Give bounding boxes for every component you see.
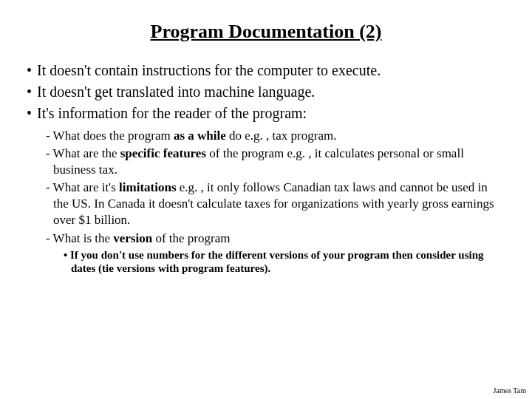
slide: Program Documentation (2) •It doesn't co…	[0, 0, 532, 276]
slide-title: Program Documentation (2)	[27, 21, 505, 43]
bullet-item: •It doesn't get translated into machine …	[27, 82, 505, 102]
sub-item: - What is the version of the program	[46, 231, 505, 247]
bullet-item: •It doesn't contain instructions for the…	[27, 61, 505, 81]
sub-text-pre: What are the	[53, 146, 120, 160]
bullet-text: It doesn't get translated into machine l…	[37, 83, 315, 100]
subsub-item: • If you don't use numbers for the diffe…	[64, 248, 505, 276]
footer-author: James Tam	[494, 386, 526, 395]
sub-text-post: do e.g. , tax program.	[226, 129, 337, 143]
bullet-item: •It's information for the reader of the …	[27, 103, 505, 123]
sub-text-bold: as a while	[174, 129, 226, 143]
sub-list: - What does the program as a while do e.…	[46, 128, 505, 276]
sub-text-bold: version	[113, 231, 152, 245]
sub-text-pre: What does the program	[53, 129, 174, 143]
sub-text-pre: What are it's	[53, 180, 119, 194]
sub-text-pre: What is the	[53, 231, 114, 245]
sub-item: - What are the specific features of the …	[46, 146, 505, 178]
bullet-list: •It doesn't contain instructions for the…	[27, 61, 505, 276]
sub-item: - What are it's limitations e.g. , it on…	[46, 180, 505, 228]
bullet-text: It's information for the reader of the p…	[37, 105, 307, 121]
sub-text-post: of the program	[152, 231, 230, 245]
sub-text-bold: specific features	[120, 146, 206, 160]
sub-text-bold: limitations	[119, 180, 176, 194]
bullet-text: It doesn't contain instructions for the …	[37, 62, 381, 78]
subsub-text: If you don't use numbers for the differe…	[70, 249, 483, 275]
subsub-list: • If you don't use numbers for the diffe…	[64, 248, 505, 276]
sub-item: - What does the program as a while do e.…	[46, 128, 505, 144]
